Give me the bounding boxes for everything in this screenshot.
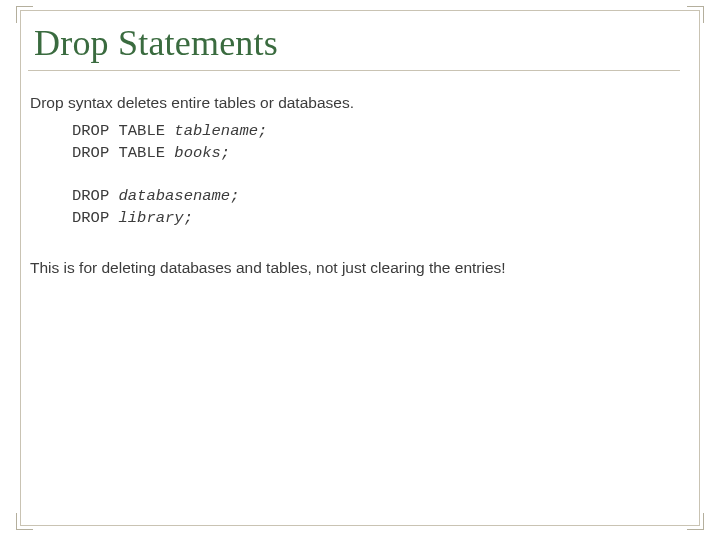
- note-text: This is for deleting databases and table…: [30, 258, 692, 279]
- spacer: [28, 165, 692, 183]
- corner-ornament: [687, 6, 704, 23]
- slide-title: Drop Statements: [34, 22, 692, 64]
- corner-ornament: [16, 513, 33, 530]
- corner-ornament: [687, 513, 704, 530]
- code-argument: tablename;: [174, 122, 267, 140]
- code-argument: books;: [174, 144, 230, 162]
- intro-text: Drop syntax deletes entire tables or dat…: [30, 93, 692, 114]
- code-keyword: DROP: [72, 209, 119, 227]
- corner-ornament: [16, 6, 33, 23]
- code-keyword: DROP TABLE: [72, 122, 174, 140]
- slide-body: Drop syntax deletes entire tables or dat…: [28, 93, 692, 279]
- code-argument: library;: [119, 209, 193, 227]
- slide: Drop Statements Drop syntax deletes enti…: [0, 0, 720, 540]
- code-block-drop-database: DROP databasename; DROP library;: [72, 185, 692, 230]
- code-argument: databasename;: [119, 187, 240, 205]
- code-block-drop-table: DROP TABLE tablename; DROP TABLE books;: [72, 120, 692, 165]
- title-underline: [28, 70, 680, 71]
- code-keyword: DROP: [72, 187, 119, 205]
- code-keyword: DROP TABLE: [72, 144, 174, 162]
